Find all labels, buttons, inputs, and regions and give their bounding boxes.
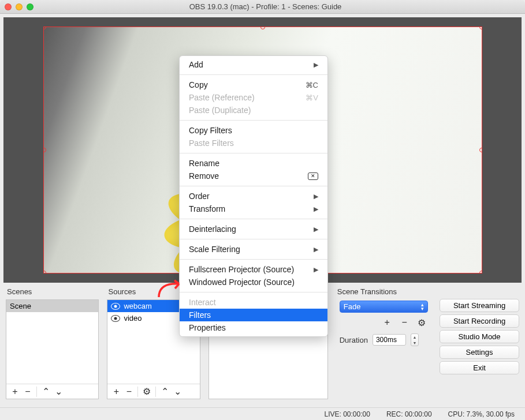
- menu-item-deinterlacing[interactable]: Deinterlacing▶: [180, 223, 327, 235]
- remove-transition-button[interactable]: −: [398, 316, 411, 329]
- submenu-arrow-icon: ▶: [314, 266, 318, 273]
- menu-item-label: Copy Filters: [189, 126, 232, 135]
- duration-label: Duration: [340, 336, 368, 344]
- menu-item-label: Copy: [189, 80, 208, 89]
- menu-separator: [180, 74, 327, 75]
- transition-duration-input[interactable]: [373, 334, 406, 346]
- source-name: video: [124, 314, 142, 322]
- move-scene-up-button[interactable]: ⌃: [39, 385, 52, 398]
- menu-item-paste-reference: Paste (Reference)⌘V: [180, 91, 327, 104]
- menu-separator: [180, 120, 327, 121]
- scenes-toolbar: + − ⌃ ⌄: [6, 384, 98, 399]
- duration-stepper[interactable]: ▲▼: [411, 333, 419, 346]
- status-rec: REC: 00:00:00: [386, 410, 432, 418]
- menu-separator: [180, 153, 327, 153]
- menu-item-label: Filters: [189, 310, 211, 320]
- menu-separator: [180, 219, 327, 219]
- transition-settings-button[interactable]: [415, 316, 428, 329]
- menu-item-properties[interactable]: Properties: [180, 321, 327, 334]
- add-transition-button[interactable]: +: [381, 316, 393, 329]
- controls-column: Start Streaming Start Recording Studio M…: [440, 299, 519, 399]
- visibility-toggle-icon[interactable]: [111, 315, 120, 322]
- menu-item-label: Interact: [189, 298, 216, 307]
- submenu-arrow-icon: ▶: [314, 226, 318, 233]
- menu-item-interact: Interact: [180, 296, 327, 309]
- menu-item-paste-duplicate: Paste (Duplicate): [180, 104, 327, 117]
- start-recording-button[interactable]: Start Recording: [440, 314, 519, 328]
- settings-button[interactable]: Settings: [440, 346, 519, 359]
- menu-item-label: Deinterlacing: [189, 224, 236, 234]
- visibility-toggle-icon[interactable]: [111, 303, 120, 310]
- exit-button[interactable]: Exit: [440, 361, 519, 374]
- submenu-arrow-icon: ▶: [314, 246, 318, 253]
- menu-item-windowed-projector-source[interactable]: Windowed Projector (Source): [180, 276, 327, 288]
- source-name: webcam: [124, 302, 151, 310]
- menu-item-rename[interactable]: Rename: [180, 157, 327, 170]
- submenu-arrow-icon: ▶: [314, 193, 318, 200]
- scenes-panel: Scene + − ⌃ ⌄: [6, 299, 99, 399]
- menu-item-fullscreen-projector-source[interactable]: Fullscreen Projector (Source)▶: [180, 263, 327, 276]
- source-properties-button[interactable]: [140, 385, 153, 398]
- status-live: LIVE: 00:00:00: [324, 410, 370, 418]
- status-bar: LIVE: 00:00:00 REC: 00:00:00 CPU: 7.3%, …: [0, 407, 525, 420]
- menu-item-copy-filters[interactable]: Copy Filters: [180, 124, 327, 137]
- menu-item-remove[interactable]: Remove✕: [180, 170, 327, 182]
- menu-item-label: Windowed Projector (Source): [189, 278, 295, 287]
- menu-item-label: Add: [189, 60, 203, 69]
- studio-mode-button[interactable]: Studio Mode: [440, 330, 519, 343]
- menu-item-label: Remove: [189, 171, 219, 181]
- menu-item-label: Order: [189, 192, 210, 201]
- menu-item-order[interactable]: Order▶: [180, 190, 327, 202]
- move-scene-down-button[interactable]: ⌄: [52, 385, 65, 398]
- menu-item-label: Transform: [189, 204, 225, 213]
- transition-select[interactable]: Fade ▴▾: [340, 301, 428, 313]
- remove-scene-button[interactable]: −: [21, 385, 34, 398]
- menu-shortcut: ⌘C: [306, 81, 318, 89]
- menu-item-filters[interactable]: Filters: [180, 309, 327, 321]
- status-cpu: CPU: 7.3%, 30.00 fps: [448, 410, 515, 418]
- menu-item-label: Fullscreen Projector (Source): [189, 265, 294, 274]
- start-streaming-button[interactable]: Start Streaming: [440, 299, 519, 312]
- move-source-up-button[interactable]: ⌃: [158, 385, 171, 398]
- menu-item-label: Scale Filtering: [189, 245, 240, 254]
- select-chevrons-icon: ▴▾: [421, 303, 424, 311]
- titlebar: OBS 19.0.3 (mac) - Profile: 1 - Scenes: …: [0, 0, 525, 14]
- menu-item-label: Paste Filters: [189, 138, 234, 148]
- scenes-header: Scenes: [6, 287, 99, 296]
- menu-item-label: Paste (Duplicate): [189, 106, 251, 115]
- transitions-header: Scene Transitions: [336, 287, 431, 296]
- move-source-down-button[interactable]: ⌄: [171, 385, 184, 398]
- menu-item-label: Rename: [189, 159, 219, 168]
- sources-toolbar: + − ⌃ ⌄: [107, 384, 199, 399]
- menu-separator: [180, 259, 327, 260]
- menu-separator: [180, 186, 327, 186]
- menu-shortcut: ⌘V: [306, 93, 318, 102]
- source-context-menu: Add▶Copy⌘CPaste (Reference)⌘VPaste (Dupl…: [179, 55, 328, 337]
- menu-item-scale-filtering[interactable]: Scale Filtering▶: [180, 243, 327, 256]
- menu-separator: [180, 292, 327, 292]
- remove-source-button[interactable]: −: [122, 385, 135, 398]
- transition-select-value: Fade: [344, 302, 361, 311]
- menu-item-copy[interactable]: Copy⌘C: [180, 78, 327, 91]
- menu-item-label: Paste (Reference): [189, 93, 255, 102]
- erase-icon: ✕: [308, 172, 318, 180]
- window-title: OBS 19.0.3 (mac) - Profile: 1 - Scenes: …: [10, 2, 520, 11]
- menu-item-paste-filters: Paste Filters: [180, 137, 327, 149]
- menu-item-transform[interactable]: Transform▶: [180, 202, 327, 215]
- submenu-arrow-icon: ▶: [314, 61, 318, 69]
- submenu-arrow-icon: ▶: [314, 205, 318, 213]
- add-scene-button[interactable]: +: [9, 385, 21, 398]
- add-source-button[interactable]: +: [110, 385, 122, 398]
- scene-list-item[interactable]: Scene: [6, 300, 98, 312]
- menu-separator: [180, 239, 327, 239]
- menu-item-add[interactable]: Add▶: [180, 58, 327, 71]
- menu-item-label: Properties: [189, 323, 226, 332]
